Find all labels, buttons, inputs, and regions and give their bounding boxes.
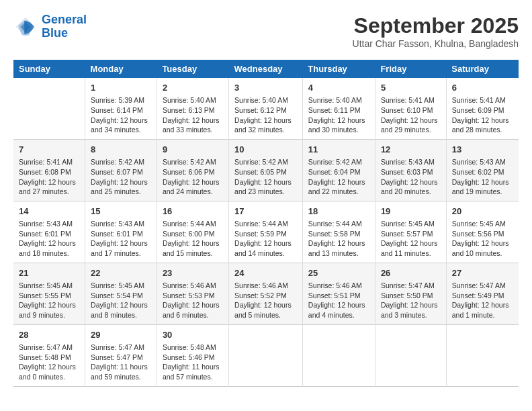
day-number: 7 [19, 144, 79, 156]
title-block: September 2025 Uttar Char Fasson, Khulna… [353, 13, 519, 49]
calendar-cell: 3Sunrise: 5:40 AM Sunset: 6:12 PM Daylig… [229, 78, 303, 139]
logo-line1: General [42, 13, 87, 26]
calendar-cell: 14Sunrise: 5:43 AM Sunset: 6:01 PM Dayli… [13, 201, 85, 263]
day-number: 15 [91, 205, 151, 218]
day-info: Sunrise: 5:42 AM Sunset: 6:07 PM Dayligh… [91, 157, 151, 197]
day-number: 20 [452, 205, 513, 218]
calendar-cell [229, 324, 303, 386]
calendar-cell: 27Sunrise: 5:47 AM Sunset: 5:49 PM Dayli… [446, 263, 519, 324]
day-info: Sunrise: 5:41 AM Sunset: 6:09 PM Dayligh… [452, 95, 513, 135]
weekday-header-sunday: Sunday [13, 60, 85, 78]
calendar-cell: 2Sunrise: 5:40 AM Sunset: 6:13 PM Daylig… [157, 78, 228, 139]
logo-text: General Blue [42, 13, 87, 40]
calendar-cell: 18Sunrise: 5:44 AM Sunset: 5:58 PM Dayli… [302, 201, 375, 263]
calendar-cell [446, 324, 519, 386]
calendar-cell: 5Sunrise: 5:41 AM Sunset: 6:10 PM Daylig… [375, 78, 446, 139]
day-info: Sunrise: 5:46 AM Sunset: 5:51 PM Dayligh… [308, 281, 369, 320]
day-info: Sunrise: 5:45 AM Sunset: 5:56 PM Dayligh… [452, 219, 513, 259]
day-number: 24 [234, 267, 297, 279]
day-number: 9 [163, 144, 223, 156]
weekday-header-wednesday: Wednesday [229, 60, 303, 78]
day-number: 12 [381, 144, 441, 156]
calendar-cell: 23Sunrise: 5:46 AM Sunset: 5:53 PM Dayli… [157, 263, 228, 324]
calendar-row: 7Sunrise: 5:41 AM Sunset: 6:08 PM Daylig… [13, 139, 519, 201]
day-number: 23 [163, 267, 223, 279]
day-number: 29 [91, 329, 151, 341]
day-info: Sunrise: 5:46 AM Sunset: 5:53 PM Dayligh… [163, 281, 223, 320]
day-info: Sunrise: 5:48 AM Sunset: 5:46 PM Dayligh… [163, 342, 223, 382]
calendar-cell: 12Sunrise: 5:43 AM Sunset: 6:03 PM Dayli… [375, 139, 446, 201]
day-number: 5 [381, 82, 441, 94]
calendar-cell: 24Sunrise: 5:46 AM Sunset: 5:52 PM Dayli… [229, 263, 303, 324]
logo-icon [13, 15, 38, 39]
day-info: Sunrise: 5:40 AM Sunset: 6:11 PM Dayligh… [308, 95, 369, 135]
day-info: Sunrise: 5:44 AM Sunset: 5:59 PM Dayligh… [234, 219, 297, 259]
calendar-cell [302, 324, 375, 386]
location: Uttar Char Fasson, Khulna, Bangladesh [353, 38, 519, 49]
calendar-cell: 30Sunrise: 5:48 AM Sunset: 5:46 PM Dayli… [157, 324, 228, 386]
calendar-cell: 17Sunrise: 5:44 AM Sunset: 5:59 PM Dayli… [229, 201, 303, 263]
weekday-header-friday: Friday [375, 60, 446, 78]
calendar-cell: 16Sunrise: 5:44 AM Sunset: 6:00 PM Dayli… [157, 201, 228, 263]
day-info: Sunrise: 5:43 AM Sunset: 6:01 PM Dayligh… [91, 219, 151, 259]
day-info: Sunrise: 5:39 AM Sunset: 6:14 PM Dayligh… [91, 95, 151, 135]
calendar-cell: 19Sunrise: 5:45 AM Sunset: 5:57 PM Dayli… [375, 201, 446, 263]
calendar-cell: 21Sunrise: 5:45 AM Sunset: 5:55 PM Dayli… [13, 263, 85, 324]
calendar-cell: 13Sunrise: 5:43 AM Sunset: 6:02 PM Dayli… [446, 139, 519, 201]
day-number: 6 [452, 82, 513, 94]
calendar-cell: 29Sunrise: 5:47 AM Sunset: 5:47 PM Dayli… [85, 324, 157, 386]
day-info: Sunrise: 5:43 AM Sunset: 6:02 PM Dayligh… [452, 157, 513, 197]
day-number: 18 [308, 205, 369, 218]
day-info: Sunrise: 5:42 AM Sunset: 6:04 PM Dayligh… [308, 157, 369, 197]
calendar-cell: 10Sunrise: 5:42 AM Sunset: 6:05 PM Dayli… [229, 139, 303, 201]
calendar-cell: 11Sunrise: 5:42 AM Sunset: 6:04 PM Dayli… [302, 139, 375, 201]
day-number: 27 [452, 267, 513, 279]
day-info: Sunrise: 5:43 AM Sunset: 6:03 PM Dayligh… [381, 157, 441, 197]
calendar-cell: 20Sunrise: 5:45 AM Sunset: 5:56 PM Dayli… [446, 201, 519, 263]
month-title: September 2025 [353, 13, 519, 38]
calendar-row: 21Sunrise: 5:45 AM Sunset: 5:55 PM Dayli… [13, 263, 519, 324]
weekday-header-saturday: Saturday [446, 60, 519, 78]
day-number: 30 [163, 329, 223, 341]
day-number: 13 [452, 144, 513, 156]
calendar-cell: 7Sunrise: 5:41 AM Sunset: 6:08 PM Daylig… [13, 139, 85, 201]
day-number: 14 [19, 205, 79, 218]
day-info: Sunrise: 5:44 AM Sunset: 5:58 PM Dayligh… [308, 219, 369, 259]
calendar-cell: 22Sunrise: 5:45 AM Sunset: 5:54 PM Dayli… [85, 263, 157, 324]
day-number: 16 [163, 205, 223, 218]
calendar-row: 28Sunrise: 5:47 AM Sunset: 5:48 PM Dayli… [13, 324, 519, 386]
day-info: Sunrise: 5:43 AM Sunset: 6:01 PM Dayligh… [19, 219, 79, 259]
day-number: 28 [19, 329, 79, 341]
page-header: General Blue September 2025 Uttar Char F… [13, 13, 519, 49]
day-number: 26 [381, 267, 441, 279]
day-number: 25 [308, 267, 369, 279]
weekday-header-tuesday: Tuesday [157, 60, 228, 78]
day-number: 10 [234, 144, 297, 156]
calendar-table: SundayMondayTuesdayWednesdayThursdayFrid… [13, 60, 519, 387]
calendar-cell: 26Sunrise: 5:47 AM Sunset: 5:50 PM Dayli… [375, 263, 446, 324]
calendar-cell [375, 324, 446, 386]
calendar-cell: 25Sunrise: 5:46 AM Sunset: 5:51 PM Dayli… [302, 263, 375, 324]
calendar-cell: 9Sunrise: 5:42 AM Sunset: 6:06 PM Daylig… [157, 139, 228, 201]
day-info: Sunrise: 5:41 AM Sunset: 6:10 PM Dayligh… [381, 95, 441, 135]
day-info: Sunrise: 5:42 AM Sunset: 6:05 PM Dayligh… [234, 157, 297, 197]
day-info: Sunrise: 5:41 AM Sunset: 6:08 PM Dayligh… [19, 157, 79, 197]
calendar-cell: 15Sunrise: 5:43 AM Sunset: 6:01 PM Dayli… [85, 201, 157, 263]
day-number: 19 [381, 205, 441, 218]
day-info: Sunrise: 5:44 AM Sunset: 6:00 PM Dayligh… [163, 219, 223, 259]
day-info: Sunrise: 5:45 AM Sunset: 5:57 PM Dayligh… [381, 219, 441, 259]
logo: General Blue [13, 13, 87, 40]
day-info: Sunrise: 5:45 AM Sunset: 5:54 PM Dayligh… [91, 281, 151, 320]
weekday-header-row: SundayMondayTuesdayWednesdayThursdayFrid… [13, 60, 519, 78]
day-info: Sunrise: 5:40 AM Sunset: 6:12 PM Dayligh… [234, 95, 297, 135]
day-number: 22 [91, 267, 151, 279]
day-number: 17 [234, 205, 297, 218]
day-number: 11 [308, 144, 369, 156]
calendar-cell [13, 78, 85, 139]
day-info: Sunrise: 5:40 AM Sunset: 6:13 PM Dayligh… [163, 95, 223, 135]
calendar-cell: 6Sunrise: 5:41 AM Sunset: 6:09 PM Daylig… [446, 78, 519, 139]
calendar-row: 14Sunrise: 5:43 AM Sunset: 6:01 PM Dayli… [13, 201, 519, 263]
day-info: Sunrise: 5:42 AM Sunset: 6:06 PM Dayligh… [163, 157, 223, 197]
calendar-row: 1Sunrise: 5:39 AM Sunset: 6:14 PM Daylig… [13, 78, 519, 139]
day-number: 2 [163, 82, 223, 94]
